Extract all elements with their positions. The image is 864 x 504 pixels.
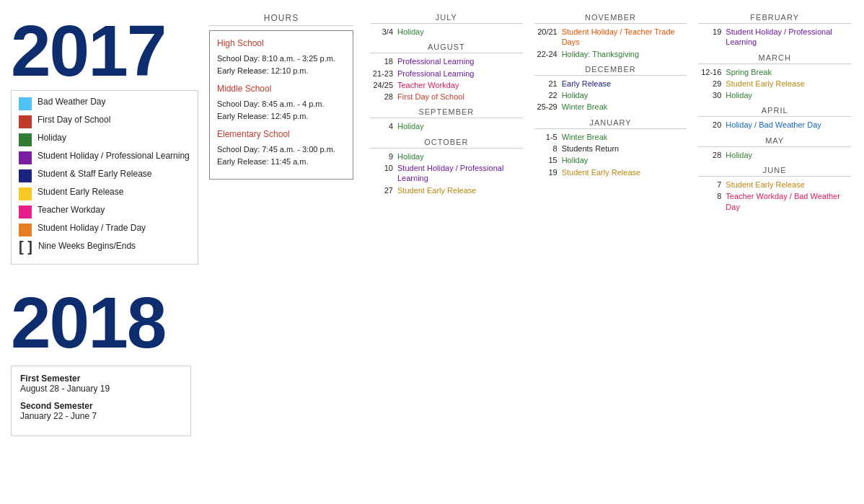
- calendar-description: Teacher Workday / Bad Weather Day: [726, 191, 851, 212]
- calendar-description: Holiday: [562, 90, 687, 100]
- calendar-entry: 28First Day of School: [370, 92, 523, 102]
- legend-item-text: Student Holiday / Trade Day: [38, 223, 146, 234]
- legend-color-swatch: [19, 115, 32, 128]
- calendar-entry: 21Early Release: [534, 79, 687, 89]
- month-header: JUNE: [698, 166, 851, 177]
- school-type-label: Middle School: [217, 82, 345, 95]
- school-hours-detail: School Day: 8:10 a.m. - 3:25 p.m. Early …: [217, 53, 345, 76]
- calendar-entry: 12-16Spring Break: [698, 67, 851, 77]
- year-2017: 2017: [11, 14, 191, 87]
- calendar-date: 12-16: [698, 67, 721, 76]
- month-header: JULY: [370, 13, 523, 24]
- legend-item-text: First Day of School: [38, 115, 110, 126]
- calendar-description: Professional Learning: [397, 56, 523, 66]
- calendar-description: Holiday: [397, 121, 523, 131]
- hours-header: HOURS: [209, 13, 353, 26]
- first-semester-dates: August 28 - January 19: [20, 384, 182, 394]
- calendar-entry: 4Holiday: [370, 121, 523, 131]
- calendar-date: 25-29: [534, 102, 557, 111]
- calendar-entry: 15Holiday: [534, 155, 687, 165]
- calendar-entry: 28Holiday: [698, 150, 851, 160]
- month-header: MAY: [698, 136, 851, 147]
- calendar-date: 19: [534, 167, 557, 177]
- year-2018: 2018: [11, 286, 191, 358]
- hours-section: HOURS High SchoolSchool Day: 8:10 a.m. -…: [209, 13, 353, 491]
- legend-item: Student Holiday / Trade Day: [19, 223, 190, 236]
- calendar-description: Early Release: [562, 79, 687, 89]
- month-header: NOVEMBER: [534, 13, 687, 24]
- calendar-entry: 21-23Professional Learning: [370, 68, 523, 79]
- calendar-description: Winter Break: [562, 102, 687, 112]
- calendar-entry: 10Student Holiday / Professional Learnin…: [370, 163, 523, 184]
- legend-box: Bad Weather DayFirst Day of SchoolHolida…: [11, 90, 198, 265]
- calendar-entry: 25-29Winter Break: [534, 102, 687, 112]
- calendar-description: Student Holiday / Teacher Trade Days: [562, 27, 687, 48]
- legend-item-text: Bad Weather Day: [38, 97, 106, 108]
- legend-item-text: Holiday: [38, 133, 66, 144]
- calendar-entry: 30Holiday: [698, 90, 851, 100]
- month-header: DECEMBER: [534, 65, 687, 76]
- calendar-entry: 8Students Return: [534, 143, 687, 154]
- calendar-description: Professional Learning: [397, 68, 523, 79]
- calendar-col-3: FEBRUARY19Student Holiday / Professional…: [692, 13, 857, 491]
- legend-item: Student & Staff Early Release: [19, 169, 190, 182]
- month-header: JANUARY: [534, 118, 687, 129]
- calendar-description: Student Holiday / Professional Learning: [397, 163, 523, 184]
- legend-item-text: Student Early Release: [38, 187, 123, 198]
- legend-color-swatch: [19, 224, 32, 236]
- calendar-description: First Day of School: [397, 92, 523, 102]
- calendar-date: 24/25: [370, 80, 393, 89]
- calendar-description: Holiday: Thanksgiving: [562, 49, 687, 59]
- month-header: SEPTEMBER: [370, 107, 523, 118]
- school-hours-detail: School Day: 8:45 a.m. - 4 p.m. Early Rel…: [217, 98, 345, 122]
- legend-color-swatch: [19, 205, 32, 218]
- calendar-date: 15: [534, 155, 557, 164]
- calendar-description: Holiday: [397, 151, 523, 162]
- calendar-columns: JULY3/4HolidayAUGUST18Professional Learn…: [364, 13, 857, 491]
- legend-color-swatch: [19, 151, 32, 164]
- calendar-date: 20: [698, 120, 721, 129]
- calendar-date: 28: [370, 92, 393, 101]
- second-semester-title: Second Semester: [20, 401, 182, 411]
- calendar-date: 28: [698, 150, 721, 159]
- legend-item-text: Nine Weeks Begins/Ends: [38, 241, 136, 252]
- calendar-entry: 3/4Holiday: [370, 27, 523, 37]
- calendar-date: 9: [370, 151, 393, 161]
- calendar-description: Student Holiday / Professional Learning: [726, 27, 851, 48]
- month-header: APRIL: [698, 106, 851, 117]
- legend-item-text: Student & Staff Early Release: [38, 169, 152, 180]
- calendar-entry: 7Student Early Release: [698, 180, 851, 190]
- calendar-entry: 18Professional Learning: [370, 56, 523, 66]
- calendar-description: Teacher Workday: [397, 80, 523, 90]
- calendar-col-2: NOVEMBER20/21Student Holiday / Teacher T…: [529, 13, 693, 491]
- calendar-description: Student Early Release: [726, 180, 851, 190]
- calendar-entry: 8Teacher Workday / Bad Weather Day: [698, 191, 851, 212]
- hours-box: High SchoolSchool Day: 8:10 a.m. - 3:25 …: [209, 30, 353, 180]
- month-header: AUGUST: [370, 43, 523, 53]
- calendar-date: 4: [370, 121, 393, 131]
- calendar-description: Student Early Release: [562, 167, 687, 177]
- calendar-date: 22-24: [534, 49, 557, 58]
- legend-item: Holiday: [19, 133, 190, 146]
- calendar-description: Student Early Release: [397, 185, 523, 195]
- legend-item-text: Teacher Workday: [38, 205, 105, 216]
- calendar-date: 21: [534, 79, 557, 88]
- legend-item-text: Student Holiday / Professional Learning: [38, 151, 190, 162]
- calendar-date: 20/21: [534, 27, 557, 36]
- semester-box: First Semester August 28 - January 19 Se…: [11, 366, 191, 436]
- month-header: MARCH: [698, 53, 851, 64]
- calendar-date: 7: [698, 180, 721, 189]
- calendar-date: 3/4: [370, 27, 393, 36]
- calendar-date: 29: [698, 79, 721, 88]
- calendar-date: 10: [370, 163, 393, 172]
- month-header: OCTOBER: [370, 138, 523, 149]
- legend-item: Student Holiday / Professional Learning: [19, 151, 190, 164]
- calendar-description: Spring Break: [726, 67, 851, 77]
- calendar-entry: 19Student Holiday / Professional Learnin…: [698, 27, 851, 48]
- legend-bracket-icon: [ ]: [19, 239, 32, 254]
- calendar-date: 22: [534, 90, 557, 100]
- legend-item: [ ]Nine Weeks Begins/Ends: [19, 241, 190, 254]
- calendar-description: Holiday: [562, 155, 687, 165]
- calendar-col-1: JULY3/4HolidayAUGUST18Professional Learn…: [364, 13, 529, 491]
- legend-color-swatch: [19, 187, 32, 200]
